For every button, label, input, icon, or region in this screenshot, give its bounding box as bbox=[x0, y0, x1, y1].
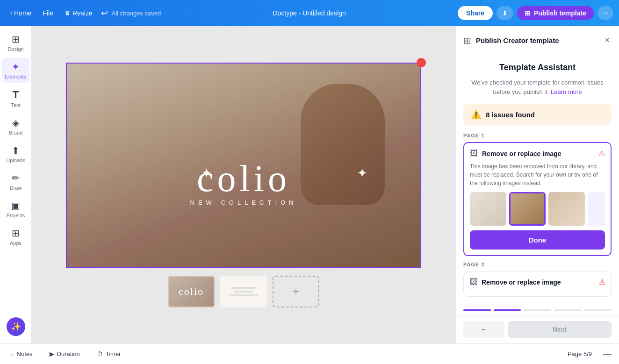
sidebar-item-brand-label: Brand bbox=[9, 130, 22, 136]
issue1-header: 🖼 Remove or replace image ⚠ bbox=[470, 149, 605, 158]
file-label: File bbox=[43, 9, 53, 17]
sidebar-item-uploads-label: Uploads bbox=[6, 157, 25, 163]
thumbnail-1-content: colio bbox=[169, 277, 214, 307]
image-icon: 🖼 bbox=[470, 149, 478, 158]
duration-icon: ▶ bbox=[50, 350, 54, 357]
sidebar-bottom: ✨ bbox=[3, 314, 29, 340]
issue1-description: This image has been removed from our lib… bbox=[470, 162, 605, 187]
sidebar-item-brand[interactable]: ◈ Brand bbox=[2, 114, 29, 139]
file-nav[interactable]: File bbox=[38, 7, 58, 20]
home-label: Home bbox=[14, 9, 31, 17]
panel-footer: ← Next bbox=[456, 315, 619, 343]
sidebar-item-design[interactable]: ⊞ Design bbox=[2, 30, 29, 56]
issue-card-2: 🖼 Remove or replace image ⚠ bbox=[463, 271, 612, 297]
canvas-subtitle: NEW COLLECTION bbox=[190, 199, 297, 206]
next-button: Next bbox=[508, 321, 612, 338]
sidebar-item-elements[interactable]: ✦ Elements bbox=[2, 57, 29, 83]
more-options-button[interactable]: ⋯ bbox=[597, 6, 613, 20]
issue2-header: 🖼 Remove or replace image ⚠ bbox=[469, 277, 605, 287]
issue1-warning-icon: ⚠ bbox=[598, 149, 605, 158]
notes-icon: ≡ bbox=[10, 350, 14, 357]
panel-header-icon: ⊞ bbox=[463, 35, 471, 46]
doc-title: Doctype - Untitled design bbox=[273, 9, 345, 17]
share-button[interactable]: Share bbox=[458, 6, 493, 20]
template-icon: ⊞ bbox=[525, 9, 530, 17]
page2-label: PAGE 2 bbox=[463, 262, 612, 267]
sidebar-item-apps[interactable]: ⊞ Apps bbox=[2, 224, 29, 250]
thumbnail-1[interactable]: colio bbox=[168, 276, 215, 307]
topbar-left: ‹ Home File ♛ Resize ↩ All changes saved bbox=[6, 6, 161, 20]
right-panel: ⊞ Publish Creator template × Template As… bbox=[455, 26, 619, 343]
panel-header-title: Publish Creator template bbox=[476, 36, 598, 44]
issues-banner: ⚠️ 8 issues found bbox=[463, 104, 612, 125]
canvas-wrapper: colio NEW COLLECTION ✦ ✦ bbox=[66, 63, 421, 268]
progress-seg-2 bbox=[494, 309, 521, 311]
sidebar-item-draw[interactable]: ✏ Draw bbox=[2, 169, 29, 194]
assistant-desc: We've checked your template for common i… bbox=[463, 78, 612, 96]
duration-button[interactable]: ▶ Duration bbox=[47, 349, 83, 359]
sidebar-item-uploads[interactable]: ⬆ Uploads bbox=[2, 141, 29, 167]
zoom-icon: — bbox=[603, 349, 612, 359]
notes-button[interactable]: ≡ Notes bbox=[7, 349, 36, 359]
sparkle-icon-1: ✦ bbox=[201, 165, 212, 181]
panel-close-button[interactable]: × bbox=[603, 34, 612, 47]
bottombar: ≡ Notes ▶ Duration ⏱ Timer Page 5/9 — bbox=[0, 343, 619, 364]
draw-icon: ✏ bbox=[12, 172, 20, 184]
progress-seg-5 bbox=[584, 309, 612, 311]
thumbnail-2-content bbox=[221, 277, 266, 307]
publish-button[interactable]: ⊞ Publish template bbox=[517, 6, 594, 20]
page1-section: PAGE 1 🖼 Remove or replace image ⚠ This … bbox=[463, 133, 612, 256]
main-area: ⊞ Design ✦ Elements T Text ◈ Brand ⬆ Upl… bbox=[0, 26, 619, 343]
sidebar: ⊞ Design ✦ Elements T Text ◈ Brand ⬆ Upl… bbox=[0, 26, 32, 343]
more-images-button[interactable]: › bbox=[588, 192, 605, 226]
suggested-image-1[interactable] bbox=[470, 192, 506, 226]
download-button[interactable]: ⬇ bbox=[497, 6, 513, 20]
home-nav[interactable]: ‹ Home bbox=[6, 7, 36, 20]
suggested-image-3[interactable] bbox=[548, 192, 585, 226]
panel-body: Template Assistant We've checked your te… bbox=[456, 55, 619, 306]
add-page-button[interactable]: + bbox=[273, 276, 319, 307]
undo-icon[interactable]: ↩ bbox=[99, 6, 110, 20]
page-thumbnails: colio + bbox=[168, 276, 319, 307]
apps-icon: ⊞ bbox=[12, 228, 20, 239]
learn-more-link[interactable]: Learn more bbox=[551, 88, 582, 95]
back-button[interactable]: ← bbox=[463, 321, 504, 338]
home-chevron-icon: ‹ bbox=[10, 10, 12, 16]
saved-status: All changes saved bbox=[112, 10, 161, 17]
projects-icon: ▣ bbox=[11, 200, 20, 211]
timer-icon: ⏱ bbox=[97, 350, 103, 357]
done-button[interactable]: Done bbox=[470, 230, 605, 250]
sparkle-icon-2: ✦ bbox=[357, 165, 367, 181]
thumbnail-2[interactable] bbox=[220, 276, 267, 307]
design-icon: ⊞ bbox=[12, 34, 20, 45]
sidebar-item-projects-label: Projects bbox=[7, 213, 25, 218]
page1-label: PAGE 1 bbox=[463, 133, 612, 138]
resize-label: Resize bbox=[72, 9, 93, 17]
timer-button[interactable]: ⏱ Timer bbox=[94, 349, 124, 359]
sidebar-item-text[interactable]: T Text bbox=[2, 85, 29, 112]
progress-seg-3 bbox=[524, 309, 551, 311]
selection-indicator bbox=[417, 58, 426, 67]
resize-nav[interactable]: ♛ Resize bbox=[60, 7, 97, 20]
suggested-image-2[interactable] bbox=[509, 192, 546, 226]
issue2-title: Remove or replace image bbox=[482, 278, 595, 286]
image-icon-2: 🖼 bbox=[469, 277, 478, 287]
magic-button[interactable]: ✨ bbox=[7, 317, 25, 336]
issue2-warning-icon: ⚠ bbox=[599, 278, 605, 286]
sidebar-item-design-label: Design bbox=[7, 46, 23, 52]
elements-icon: ✦ bbox=[12, 61, 20, 72]
publish-label: Publish template bbox=[534, 9, 586, 17]
download-icon: ⬇ bbox=[502, 9, 508, 17]
canvas-content: colio NEW COLLECTION ✦ ✦ bbox=[67, 64, 420, 267]
warning-icon: ⚠️ bbox=[471, 109, 481, 120]
sidebar-item-projects[interactable]: ▣ Projects bbox=[2, 196, 29, 222]
panel-header: ⊞ Publish Creator template × bbox=[456, 26, 619, 55]
topbar-right: Share ⬇ ⊞ Publish template ⋯ bbox=[458, 6, 613, 20]
sidebar-item-apps-label: Apps bbox=[10, 240, 22, 246]
assistant-title: Template Assistant bbox=[463, 63, 612, 72]
canvas-frame[interactable]: colio NEW COLLECTION ✦ ✦ bbox=[66, 63, 421, 268]
canvas-area[interactable]: colio NEW COLLECTION ✦ ✦ colio bbox=[32, 26, 455, 343]
sidebar-item-text-label: Text bbox=[11, 102, 20, 108]
page2-section: PAGE 2 🖼 Remove or replace image ⚠ bbox=[463, 262, 612, 297]
brand-icon: ◈ bbox=[12, 117, 19, 128]
